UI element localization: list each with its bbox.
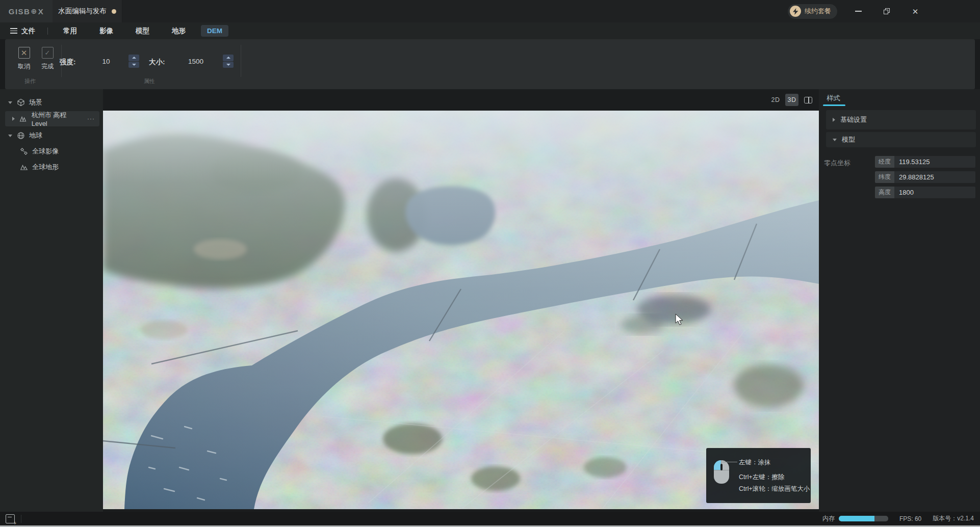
brush-help-tooltip: 左键：涂抹 Ctrl+左键：擦除 Ctrl+滚轮：缩放画笔大小 [706, 448, 811, 503]
strength-value[interactable]: 10 [82, 58, 131, 65]
gisbox-window: GISB⊕X 水面编辑与发布 续约套餐 ✕ 文件 常用 影像 [0, 0, 980, 527]
tooltip-connector-line [722, 462, 737, 462]
latitude-input[interactable]: 29.8828125 [894, 171, 975, 183]
section-model-label: 模型 [842, 135, 855, 144]
menu-separator [47, 28, 48, 35]
tree-global-terrain-label: 全球地形 [32, 163, 59, 172]
tree-node-earth[interactable]: 地球 [0, 128, 103, 143]
origin-coords-fields: 经度 119.53125 纬度 29.8828125 高度 1800 [875, 156, 975, 198]
origin-coords-label: 零点坐标 [824, 159, 850, 168]
height-chip: 高度 [875, 187, 894, 198]
menu-imagery[interactable]: 影像 [92, 27, 120, 36]
strength-stepper[interactable] [128, 55, 139, 68]
longitude-input[interactable]: 119.53125 [894, 156, 975, 168]
unsaved-dot-icon [112, 9, 116, 14]
close-button[interactable]: ✕ [908, 4, 923, 19]
strength-label: 强度: [60, 58, 76, 67]
tab-style[interactable]: 样式 [827, 94, 840, 103]
tree-global-imagery-label: 全球影像 [32, 147, 59, 156]
memory-indicator: 内存 [822, 514, 888, 523]
tooltip-line-erase: Ctrl+左键：擦除 [739, 473, 784, 482]
menu-bar: 文件 常用 影像 模型 地形 DEM [0, 22, 980, 39]
memory-bar [839, 516, 888, 521]
renew-plan-label: 续约套餐 [805, 7, 831, 16]
section-model[interactable]: 模型 [826, 132, 976, 147]
view-2d-button[interactable]: 2D [769, 94, 782, 106]
layer-tree-sidebar: 场景 杭州市 高程 Level ··· 地球 [0, 89, 103, 512]
section-basic-settings[interactable]: 基础设置 [826, 110, 976, 129]
tree-node-layer-selected[interactable]: 杭州市 高程 Level ··· [5, 111, 99, 126]
split-view-icon [804, 97, 812, 103]
size-down-icon[interactable] [223, 62, 234, 68]
mouse-cursor-icon [675, 313, 684, 326]
map-column: 2D 3D [103, 89, 819, 512]
menu-file-label: 文件 [21, 27, 35, 36]
view-3d-button[interactable]: 3D [785, 94, 798, 106]
globe-icon [16, 131, 25, 140]
caret-right-icon [833, 118, 835, 122]
tree-node-global-terrain[interactable]: 全球地形 [0, 160, 103, 174]
scene-cube-icon [16, 98, 25, 107]
menu-dem-active[interactable]: DEM [201, 25, 228, 37]
longitude-chip: 经度 [875, 156, 894, 168]
menu-common[interactable]: 常用 [56, 27, 84, 36]
section-basic-label: 基础设置 [840, 115, 867, 124]
latitude-chip: 纬度 [875, 171, 894, 183]
cancel-label: 取消 [18, 62, 30, 71]
tooltip-line-resize: Ctrl+滚轮：缩放画笔大小 [739, 485, 810, 493]
document-tab[interactable]: 水面编辑与发布 [53, 0, 122, 22]
group-properties-label: 属性 [144, 77, 155, 85]
size-value[interactable]: 1500 [171, 58, 220, 65]
done-button[interactable]: ✓ 完成 [36, 47, 59, 71]
strength-up-icon[interactable] [128, 55, 139, 61]
height-input[interactable]: 1800 [894, 187, 975, 198]
minimize-button[interactable] [850, 4, 866, 19]
cancel-box-icon: ✕ [18, 47, 30, 59]
satellite-icon [19, 147, 28, 155]
restore-button[interactable] [879, 4, 894, 19]
menu-model[interactable]: 模型 [128, 27, 157, 36]
minimize-icon [855, 11, 862, 12]
layer-more-button[interactable]: ··· [87, 115, 99, 122]
size-stepper[interactable] [223, 55, 234, 68]
hamburger-icon [10, 28, 17, 34]
fps-indicator: FPS: 60 [899, 515, 921, 522]
menu-terrain[interactable]: 地形 [165, 27, 193, 36]
caret-right-icon[interactable] [12, 117, 15, 121]
terrain-icon [19, 163, 28, 171]
latitude-row: 纬度 29.8828125 [875, 171, 975, 183]
tree-earth-label: 地球 [29, 131, 42, 140]
mouse-diagram-icon [714, 460, 729, 484]
elevation-layer-icon [19, 115, 28, 123]
tree-node-global-imagery[interactable]: 全球影像 [0, 144, 103, 159]
caret-down-icon[interactable] [8, 101, 12, 104]
caret-down-icon [833, 139, 837, 141]
ribbon-toolbar: ✕ 取消 ✓ 完成 操作 强度: 10 大小: 1500 属性 [5, 39, 975, 89]
tooltip-line-paint: 左键：涂抹 [739, 458, 771, 467]
done-label: 完成 [41, 62, 54, 71]
caret-down-icon[interactable] [8, 135, 12, 137]
tree-node-scene[interactable]: 场景 [0, 95, 103, 110]
cancel-button[interactable]: ✕ 取消 [12, 47, 36, 71]
menu-file[interactable]: 文件 [0, 27, 43, 36]
app-logo: GISB⊕X [0, 0, 53, 22]
split-view-button[interactable] [802, 94, 815, 106]
tree-scene-label: 场景 [29, 98, 42, 107]
memory-label: 内存 [822, 514, 835, 523]
strength-down-icon[interactable] [128, 62, 139, 68]
version-label: 版本号：v2.1.4 [933, 514, 974, 523]
map-3d-view[interactable]: 左键：涂抹 Ctrl+左键：擦除 Ctrl+滚轮：缩放画笔大小 [103, 111, 819, 509]
tab-style-underline [823, 104, 845, 106]
ribbon-separator-2 [241, 45, 241, 77]
status-separator [21, 515, 21, 523]
memory-bar-fill [839, 516, 874, 521]
document-tab-label: 水面编辑与发布 [58, 7, 107, 16]
longitude-row: 经度 119.53125 [875, 156, 975, 168]
log-note-icon[interactable] [6, 514, 15, 523]
size-up-icon[interactable] [223, 55, 234, 61]
size-label: 大小: [149, 58, 165, 67]
logo-text-end: X [38, 7, 44, 16]
logo-text: GISB [9, 7, 31, 16]
status-bar: 内存 FPS: 60 版本号：v2.1.4 [0, 512, 980, 525]
renew-plan-button[interactable]: 续约套餐 [788, 4, 837, 19]
